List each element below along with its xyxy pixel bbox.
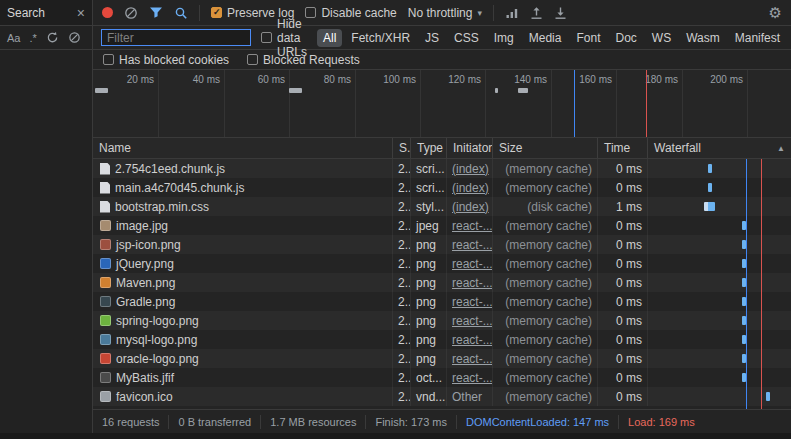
image-file-icon [100, 220, 111, 231]
import-har-icon[interactable] [530, 6, 543, 20]
close-icon[interactable]: × [77, 5, 85, 21]
request-name-cell: MyBatis.jfif [93, 368, 393, 387]
request-name-cell: Gradle.png [93, 292, 393, 311]
request-row[interactable]: Gradle.png 2... png react-... (memory ca… [93, 292, 791, 311]
filter-type-media[interactable]: Media [523, 29, 568, 47]
clear-network-log-icon[interactable] [124, 6, 138, 20]
request-waterfall-cell [648, 311, 791, 330]
request-row[interactable]: image.jpg 2... jpeg react-... (memory ca… [93, 216, 791, 235]
initiator-link[interactable]: react-... [452, 352, 493, 366]
request-status: 2... [393, 273, 411, 292]
column-type[interactable]: Type [411, 138, 447, 158]
request-time: 0 ms [598, 235, 648, 254]
record-button[interactable] [102, 7, 113, 18]
request-row[interactable]: spring-logo.png 2... png react-... (memo… [93, 311, 791, 330]
column-size[interactable]: Size [493, 138, 598, 158]
checkbox-checked-icon [211, 7, 222, 18]
request-status: 2... [393, 159, 411, 178]
initiator-link[interactable]: react-... [452, 371, 493, 385]
filter-type-css[interactable]: CSS [448, 29, 485, 47]
overview-request-mark [495, 88, 498, 93]
column-name[interactable]: Name [93, 138, 393, 158]
match-case-button[interactable]: Aa [7, 32, 20, 44]
image-file-icon [100, 239, 111, 250]
checkbox-unchecked-icon [305, 7, 316, 18]
request-name: mysql-logo.png [116, 333, 197, 347]
filter-type-font[interactable]: Font [570, 29, 606, 47]
request-row[interactable]: jQuery.png 2... png react-... (memory ca… [93, 254, 791, 273]
request-row[interactable]: oracle-logo.png 2... png react-... (memo… [93, 349, 791, 368]
request-row[interactable]: main.a4c70d45.chunk.js 2... scri... (ind… [93, 178, 791, 197]
gear-icon[interactable]: ⚙ [769, 5, 782, 20]
regex-button[interactable]: .* [29, 32, 36, 44]
request-row[interactable]: bootstrap.min.css 2... styl... (index) (… [93, 197, 791, 216]
request-row[interactable]: favicon.ico 2... vnd... Other (memory ca… [93, 387, 791, 406]
initiator-link[interactable]: react-... [452, 219, 493, 233]
initiator-link[interactable]: (index) [452, 200, 489, 214]
overview-gridline [616, 70, 617, 137]
filter-type-img[interactable]: Img [488, 29, 520, 47]
filter-type-fetchxhr[interactable]: Fetch/XHR [345, 29, 416, 47]
disable-cache-checkbox[interactable]: Disable cache [305, 6, 396, 20]
throttling-select[interactable]: No throttling ▾ [408, 6, 482, 20]
column-initiator[interactable]: Initiator [447, 138, 493, 158]
waterfall-bar [766, 392, 770, 401]
filter-type-doc[interactable]: Doc [609, 29, 642, 47]
initiator-link[interactable]: react-... [452, 238, 493, 252]
request-type: png [411, 292, 447, 311]
refresh-icon[interactable] [46, 31, 59, 44]
request-size: (memory cache) [493, 311, 598, 330]
column-status[interactable]: S... [393, 138, 411, 158]
request-type: oct... [411, 368, 447, 387]
request-row[interactable]: 2.754c1eed.chunk.js 2... scri... (index)… [93, 159, 791, 178]
request-type: vnd... [411, 387, 447, 406]
initiator-link[interactable]: react-... [452, 333, 493, 347]
initiator-link[interactable]: react-... [452, 257, 493, 271]
request-status: 2... [393, 178, 411, 197]
request-name-cell: favicon.ico [93, 387, 393, 406]
initiator-link[interactable]: (index) [452, 181, 489, 195]
request-name-cell: image.jpg [93, 216, 393, 235]
request-time: 0 ms [598, 273, 648, 292]
request-time: 0 ms [598, 330, 648, 349]
request-status: 2... [393, 197, 411, 216]
filter-input[interactable] [101, 29, 251, 46]
initiator-link[interactable]: react-... [452, 314, 493, 328]
filter-type-ws[interactable]: WS [646, 29, 677, 47]
search-icon[interactable] [174, 6, 188, 20]
request-waterfall-cell [648, 178, 791, 197]
request-type: png [411, 235, 447, 254]
filter-type-all[interactable]: All [317, 29, 342, 47]
overview-tick-label: 80 ms [307, 74, 351, 85]
toolbar-divider [199, 5, 200, 21]
export-har-icon[interactable] [554, 6, 567, 20]
column-time[interactable]: Time [598, 138, 648, 158]
filter-type-manifest[interactable]: Manifest [729, 29, 786, 47]
request-waterfall-cell [648, 292, 791, 311]
clear-search-icon[interactable] [68, 31, 81, 44]
overview-gridline [289, 70, 290, 137]
filter-funnel-icon[interactable] [149, 6, 163, 19]
request-size: (memory cache) [493, 254, 598, 273]
toolbar-divider [493, 5, 494, 21]
request-row[interactable]: Maven.png 2... png react-... (memory cac… [93, 273, 791, 292]
overview-gridline [158, 70, 159, 137]
request-type: png [411, 273, 447, 292]
blocked-requests-checkbox[interactable]: Blocked Requests [247, 53, 360, 67]
request-status: 2... [393, 330, 411, 349]
network-conditions-icon[interactable] [505, 7, 519, 19]
initiator-link[interactable]: (index) [452, 162, 489, 176]
filter-type-js[interactable]: JS [419, 29, 445, 47]
throttling-value: No throttling [408, 6, 473, 20]
initiator-link[interactable]: react-... [452, 295, 493, 309]
request-row[interactable]: MyBatis.jfif 2... oct... react-... (memo… [93, 368, 791, 387]
column-waterfall[interactable]: Waterfall ▲ [648, 138, 791, 158]
has-blocked-cookies-checkbox[interactable]: Has blocked cookies [103, 53, 229, 67]
status-finish: Finish: 173 ms [366, 415, 457, 429]
overview-timeline[interactable]: 20 ms40 ms60 ms80 ms100 ms120 ms140 ms16… [93, 70, 791, 138]
request-row[interactable]: mysql-logo.png 2... png react-... (memor… [93, 330, 791, 349]
has-blocked-cookies-label: Has blocked cookies [119, 53, 229, 67]
filter-type-wasm[interactable]: Wasm [680, 29, 726, 47]
request-row[interactable]: jsp-icon.png 2... png react-... (memory … [93, 235, 791, 254]
initiator-link[interactable]: react-... [452, 276, 493, 290]
